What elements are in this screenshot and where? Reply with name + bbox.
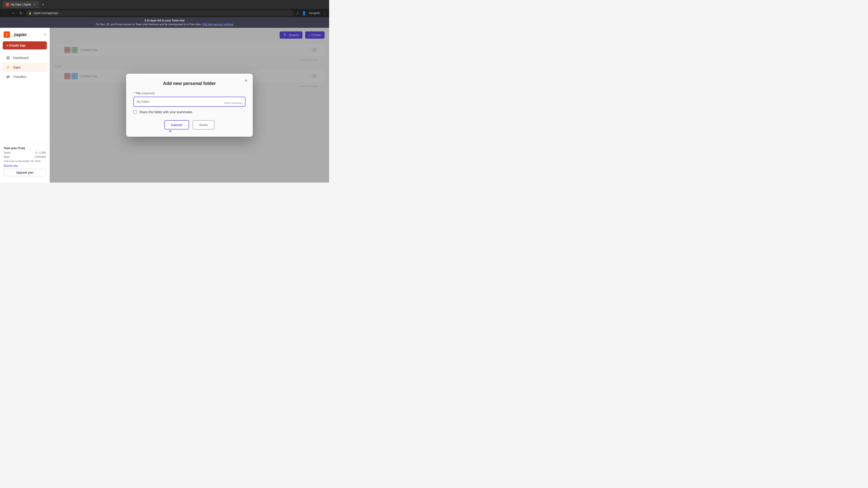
- browser-chrome: My Zaps | Zapier ✕ +: [0, 0, 329, 9]
- sidebar-header: z _zapier ×: [0, 31, 50, 41]
- zaps-stat: Zaps Unlimited: [4, 155, 46, 158]
- share-checkbox[interactable]: [133, 110, 137, 114]
- tab-close-button[interactable]: ✕: [33, 3, 36, 6]
- share-checkbox-label: Share this folder with your teammates: [139, 110, 192, 114]
- address-bar: ← → ↻ 🔒 zapier.com/app/zaps ☆ 👤 Incognit…: [0, 9, 329, 17]
- tasks-value: 0 / 1,000: [35, 151, 46, 154]
- url-text: zapier.com/app/zaps: [33, 11, 58, 15]
- app-layout: z _zapier × + Create Zap ⊞ Dashboard ⚡ Z…: [0, 28, 329, 183]
- sidebar-item-label: Dashboard: [13, 56, 29, 60]
- modal-close-button[interactable]: ×: [243, 77, 249, 84]
- sidebar-close-button[interactable]: ×: [44, 33, 46, 37]
- url-bar[interactable]: 🔒 zapier.com/app/zaps: [26, 10, 293, 16]
- trial-banner-description: On Nov. 30, you'll lose access to Team p…: [2, 23, 327, 26]
- manage-plan-link[interactable]: Manage plan: [4, 164, 18, 167]
- field-label: * Title (required): [133, 92, 246, 95]
- tasks-label: Tasks: [4, 151, 11, 154]
- incognito-label: Incognito: [309, 11, 320, 15]
- trial-banner: ℹ 13 days left in your Team trial On Nov…: [0, 17, 329, 28]
- profile-icon[interactable]: 👤: [302, 11, 306, 15]
- bookmark-icon[interactable]: ☆: [296, 11, 299, 15]
- trial-end-text: Trial ends on November 30, 2023: [4, 160, 46, 162]
- sidebar-item-dashboard[interactable]: ⊞ Dashboard: [2, 53, 48, 63]
- zaps-label: Zaps: [4, 155, 10, 158]
- upgrade-plan-button[interactable]: Upgrade plan: [4, 169, 46, 176]
- browser-tab[interactable]: My Zaps | Zapier ✕: [3, 1, 39, 8]
- sidebar-item-zaps[interactable]: ⚡ Zaps: [2, 63, 48, 72]
- tab-title: My Zaps | Zapier: [11, 3, 31, 6]
- add-folder-modal: × Add new personal folder * Title (requi…: [126, 74, 253, 137]
- lock-icon: 🔒: [29, 12, 32, 15]
- logo-icon: z: [4, 31, 10, 38]
- sidebar-nav: ⊞ Dashboard ⚡ Zaps ⇄ Transfers: [0, 53, 50, 144]
- title-input-wrapper: 0/255 characters: [133, 97, 246, 107]
- logo-text: _zapier: [11, 32, 27, 37]
- modal-actions: Cancel Done: [133, 120, 246, 129]
- transfers-icon: ⇄: [5, 74, 10, 79]
- browser-actions: ☆ 👤 Incognito ⋮: [296, 11, 327, 15]
- tasks-stat: Tasks 0 / 1,000: [4, 151, 46, 154]
- cancel-button[interactable]: Cancel: [164, 120, 189, 129]
- modal-overlay: × Add new personal folder * Title (requi…: [50, 28, 329, 183]
- field-name: Title: [135, 92, 141, 95]
- back-button[interactable]: ←: [3, 11, 8, 15]
- info-icon: ℹ: [145, 19, 146, 22]
- main-content: 🔍 Search + Create M S Untitled Zap › Las…: [50, 28, 329, 183]
- refresh-button[interactable]: ↻: [18, 11, 24, 15]
- trial-banner-title: ℹ 13 days left in your Team trial: [2, 19, 327, 22]
- new-tab-button[interactable]: +: [42, 2, 44, 7]
- sidebar-item-label: Transfers: [13, 75, 26, 78]
- zaps-value: Unlimited: [35, 155, 46, 158]
- sidebar: z _zapier × + Create Zap ⊞ Dashboard ⚡ Z…: [0, 28, 50, 183]
- dashboard-icon: ⊞: [5, 55, 10, 60]
- forward-button[interactable]: →: [10, 11, 16, 15]
- required-text: (required): [142, 92, 154, 95]
- edit-trial-link[interactable]: Edit trial payment settings: [202, 23, 233, 26]
- sidebar-item-label: Zaps: [13, 66, 21, 69]
- create-zap-button[interactable]: + Create Zap: [3, 41, 47, 50]
- menu-icon[interactable]: ⋮: [323, 11, 327, 15]
- create-zap-label: + Create Zap: [6, 43, 25, 47]
- zapier-logo: z _zapier: [4, 31, 27, 38]
- tab-favicon: [6, 3, 9, 6]
- share-checkbox-row: Share this folder with your teammates: [133, 110, 246, 114]
- modal-title: Add new personal folder: [133, 81, 246, 86]
- done-button[interactable]: Done: [193, 120, 215, 129]
- char-count: 0/255 characters: [224, 102, 243, 104]
- cursor: [169, 130, 171, 132]
- plan-name: Team plan (Trial): [4, 147, 46, 150]
- sidebar-item-transfers[interactable]: ⇄ Transfers: [2, 72, 48, 82]
- zaps-icon: ⚡: [5, 65, 10, 70]
- required-star: *: [133, 92, 134, 95]
- sidebar-plan-info: Team plan (Trial) Tasks 0 / 1,000 Zaps U…: [0, 144, 50, 179]
